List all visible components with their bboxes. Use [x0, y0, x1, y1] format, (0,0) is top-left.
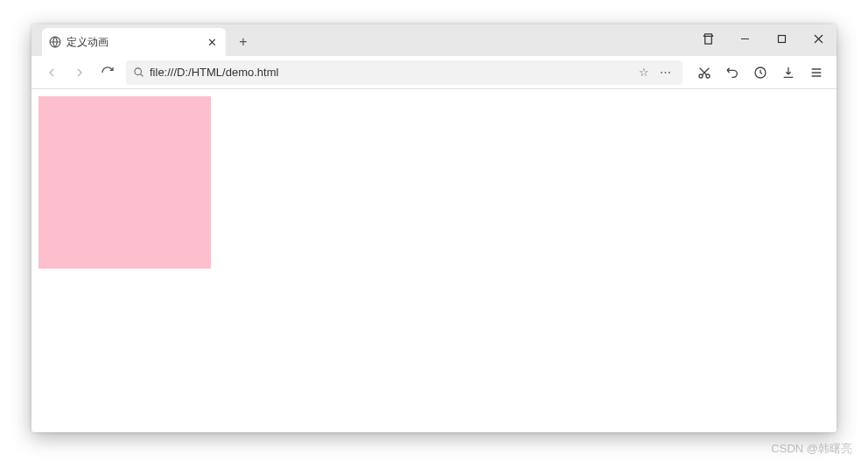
- history-icon[interactable]: [747, 60, 774, 86]
- address-more-icon[interactable]: ⋯: [654, 66, 676, 79]
- browser-tab[interactable]: 定义动画 ✕: [42, 28, 226, 56]
- menu-icon[interactable]: [803, 60, 830, 86]
- browser-window: 定义动画 ✕ +: [32, 24, 836, 432]
- toolbar: file:///D:/HTML/demo.html ☆ ⋯: [32, 56, 836, 89]
- close-tab-icon[interactable]: ✕: [205, 36, 219, 49]
- undo-icon[interactable]: [719, 60, 746, 86]
- bookmark-star-icon[interactable]: ☆: [634, 66, 654, 79]
- svg-point-5: [135, 68, 142, 75]
- forward-button[interactable]: [66, 60, 93, 86]
- extension-icon[interactable]: [690, 24, 726, 52]
- toolbar-right: [691, 60, 830, 86]
- svg-rect-2: [778, 35, 785, 42]
- back-button[interactable]: [38, 60, 65, 86]
- globe-icon: [49, 36, 61, 48]
- page-content: [32, 89, 836, 432]
- download-icon[interactable]: [775, 60, 802, 86]
- tab-title: 定义动画: [66, 35, 205, 50]
- window-controls: [690, 24, 836, 52]
- animation-box: [38, 96, 211, 269]
- minimize-button[interactable]: [726, 24, 763, 52]
- search-icon: [133, 66, 144, 78]
- cut-icon[interactable]: [691, 60, 718, 86]
- address-bar[interactable]: file:///D:/HTML/demo.html ☆ ⋯: [126, 60, 682, 85]
- maximize-button[interactable]: [763, 24, 800, 52]
- reload-button[interactable]: [94, 60, 121, 86]
- url-text: file:///D:/HTML/demo.html: [150, 66, 634, 79]
- watermark: CSDN @韩曙亮: [771, 441, 852, 457]
- titlebar: 定义动画 ✕ +: [32, 24, 836, 56]
- new-tab-button[interactable]: +: [231, 30, 256, 54]
- svg-line-6: [141, 74, 144, 77]
- close-window-button[interactable]: [800, 24, 836, 52]
